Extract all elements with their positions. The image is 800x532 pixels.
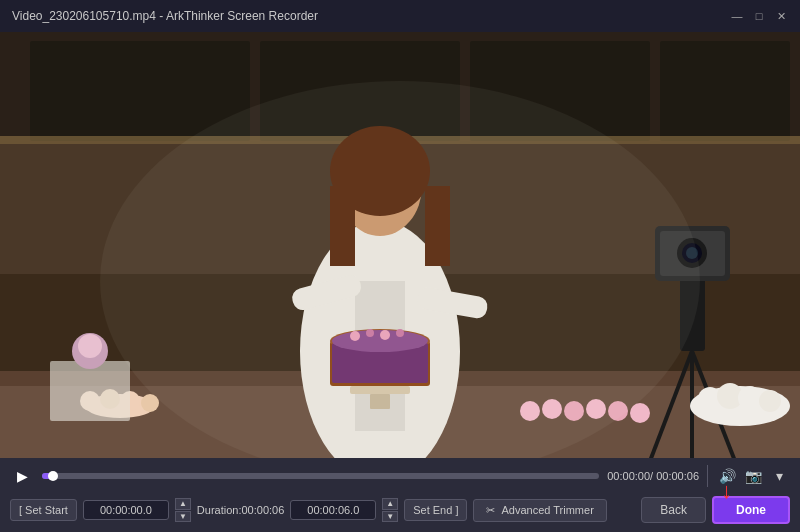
- start-time-down[interactable]: ▼: [175, 511, 191, 523]
- controls-bar: ▶ 00:00:00/ 00:00:06 🔊 📷 ▾: [0, 458, 800, 532]
- svg-point-56: [759, 390, 781, 412]
- end-time-up[interactable]: ▲: [382, 498, 398, 510]
- volume-icon: 🔊: [719, 468, 736, 484]
- close-button[interactable]: ✕: [774, 9, 788, 23]
- video-thumbnail: [0, 32, 800, 458]
- main-window: Video_230206105710.mp4 - ArkThinker Scre…: [0, 0, 800, 532]
- end-time-spinner: ▲ ▼: [382, 498, 398, 522]
- start-time-input[interactable]: [83, 500, 169, 520]
- done-button[interactable]: Done: [712, 496, 790, 524]
- camera-icon: 📷: [745, 468, 762, 484]
- set-start-label: [ Set Start: [19, 504, 68, 516]
- scissors-icon: ✂: [486, 504, 495, 517]
- duration-label: Duration:00:00:06: [197, 504, 284, 516]
- video-area: [0, 32, 800, 458]
- set-start-button[interactable]: [ Set Start: [10, 499, 77, 521]
- advanced-trimmer-label: Advanced Trimmer: [501, 504, 593, 516]
- svg-point-42: [78, 334, 102, 358]
- titlebar: Video_230206105710.mp4 - ArkThinker Scre…: [0, 0, 800, 32]
- screenshot-button[interactable]: 📷: [742, 465, 764, 487]
- progress-row: ▶ 00:00:00/ 00:00:06 🔊 📷 ▾: [10, 464, 790, 488]
- chevron-down-icon: ▾: [776, 468, 783, 484]
- svg-rect-5: [660, 41, 790, 141]
- start-time-spinner: ▲ ▼: [175, 498, 191, 522]
- time-display: 00:00:00/ 00:00:06: [607, 470, 699, 482]
- progress-thumb: [48, 471, 58, 481]
- progress-track[interactable]: [42, 473, 599, 479]
- screenshot-dropdown-button[interactable]: ▾: [768, 465, 790, 487]
- maximize-button[interactable]: □: [752, 9, 766, 23]
- window-title: Video_230206105710.mp4 - ArkThinker Scre…: [12, 9, 730, 23]
- set-end-label: Set End ]: [413, 504, 458, 516]
- advanced-trimmer-button[interactable]: ✂ Advanced Trimmer: [473, 499, 606, 522]
- start-time-up[interactable]: ▲: [175, 498, 191, 510]
- window-controls: — □ ✕: [730, 9, 788, 23]
- svg-rect-40: [50, 361, 130, 421]
- svg-point-55: [738, 386, 762, 410]
- end-time-down[interactable]: ▼: [382, 511, 398, 523]
- bottom-row: [ Set Start ▲ ▼ Duration:00:00:06 ▲ ▼ Se…: [10, 494, 790, 528]
- media-controls: 🔊 📷 ▾: [716, 465, 790, 487]
- separator: [707, 465, 708, 487]
- play-button[interactable]: ▶: [10, 464, 34, 488]
- end-time-input[interactable]: [290, 500, 376, 520]
- set-end-button[interactable]: Set End ]: [404, 499, 467, 521]
- minimize-button[interactable]: —: [730, 9, 744, 23]
- back-button[interactable]: Back: [641, 497, 706, 523]
- volume-button[interactable]: 🔊: [716, 465, 738, 487]
